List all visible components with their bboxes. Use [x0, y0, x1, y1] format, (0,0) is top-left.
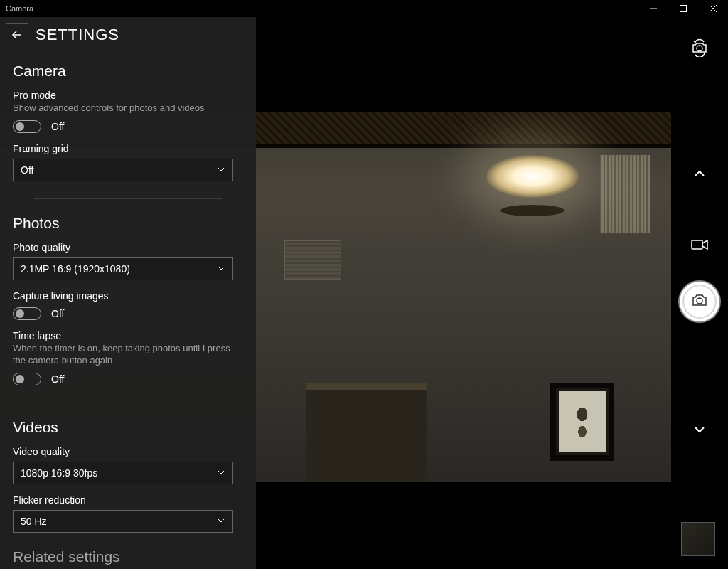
main-area: SETTINGS Camera Pro mode Show advanced c… [0, 17, 728, 569]
timelapse-toggle[interactable] [13, 373, 41, 385]
promode-label: Pro mode [13, 90, 243, 101]
timelapse-label: Time lapse [13, 330, 243, 341]
mode-next-button[interactable] [685, 415, 714, 444]
framinggrid-label: Framing grid [13, 143, 243, 154]
videoquality-select[interactable]: 1080p 16:9 30fps [13, 462, 233, 484]
living-toggle[interactable] [13, 307, 41, 320]
app-title: Camera [6, 4, 33, 13]
svg-rect-5 [692, 240, 702, 249]
divider [34, 403, 222, 403]
back-button[interactable] [6, 23, 28, 46]
settings-scroll[interactable]: Camera Pro mode Show advanced controls f… [0, 53, 256, 569]
maximize-button[interactable] [668, 0, 698, 17]
section-related: Related settings [13, 548, 243, 565]
settings-panel: SETTINGS Camera Pro mode Show advanced c… [0, 17, 256, 569]
chevron-down-icon [217, 263, 225, 275]
gallery-thumbnail[interactable] [681, 522, 715, 556]
mode-prev-button[interactable] [685, 159, 714, 188]
settings-header: SETTINGS [0, 17, 256, 53]
svg-point-7 [697, 298, 702, 304]
timelapse-state: Off [51, 373, 64, 385]
chevron-down-icon [217, 516, 225, 527]
camera-icon [691, 292, 708, 312]
change-camera-button[interactable] [690, 38, 709, 60]
flicker-value: 50 Hz [21, 516, 47, 527]
settings-title: SETTINGS [36, 26, 119, 44]
video-mode-button[interactable] [691, 238, 708, 255]
chevron-down-icon [217, 164, 225, 176]
flicker-select[interactable]: 50 Hz [13, 510, 233, 533]
section-photos: Photos [13, 215, 243, 232]
window-controls [638, 0, 728, 17]
divider [34, 198, 222, 199]
photoquality-value: 2.1MP 16:9 (1920x1080) [21, 263, 130, 275]
promode-desc: Show advanced controls for photos and vi… [13, 102, 243, 115]
svg-rect-1 [680, 6, 687, 12]
chevron-down-icon [217, 467, 225, 479]
section-videos: Videos [13, 419, 243, 436]
living-label: Capture living images [13, 290, 243, 302]
shutter-button[interactable] [678, 280, 721, 323]
photoquality-select[interactable]: 2.1MP 16:9 (1920x1080) [13, 257, 233, 280]
timelapse-desc: When the timer is on, keep taking photos… [13, 343, 243, 367]
photoquality-label: Photo quality [13, 242, 243, 253]
svg-marker-6 [702, 240, 707, 249]
framinggrid-select[interactable]: Off [13, 159, 233, 181]
close-button[interactable] [698, 0, 728, 17]
svg-point-4 [697, 46, 702, 51]
promode-toggle[interactable] [13, 120, 41, 133]
minimize-button[interactable] [638, 0, 668, 17]
videoquality-label: Video quality [13, 446, 243, 457]
section-camera: Camera [13, 63, 243, 80]
flicker-label: Flicker reduction [13, 494, 243, 506]
camera-controls [671, 17, 728, 569]
living-state: Off [51, 308, 64, 319]
framinggrid-value: Off [21, 164, 33, 176]
videoquality-value: 1080p 16:9 30fps [21, 467, 97, 479]
title-bar: Camera [0, 0, 728, 17]
promode-state: Off [51, 121, 64, 132]
